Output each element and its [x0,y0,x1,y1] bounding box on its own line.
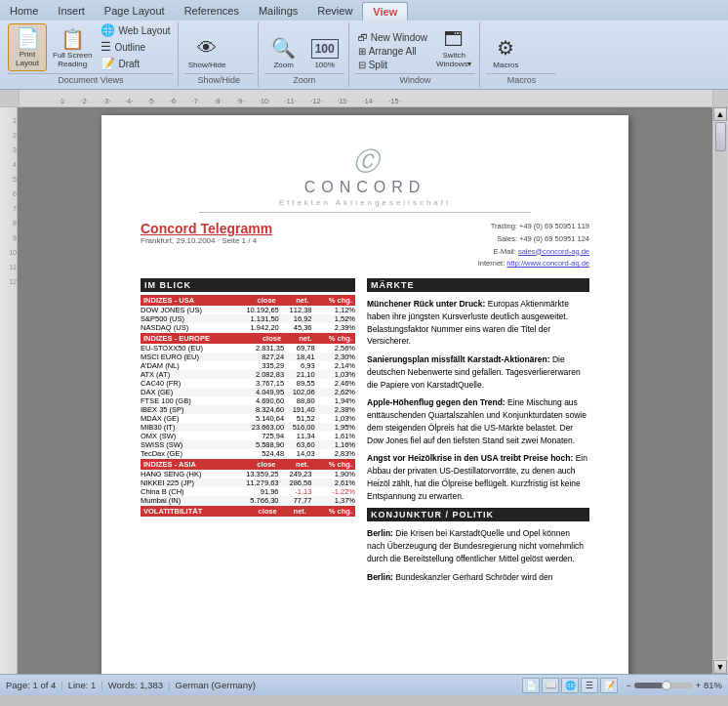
tab-review[interactable]: Review [307,2,362,21]
table-row: A'DAM (NL)335,296,932,14% [141,361,355,370]
th-vol-net: net. [280,506,309,517]
vertical-scrollbar: ▲ ▼ [712,107,728,674]
right-column: MÄRKTE Münchener Rück unter Druck: Europ… [367,278,589,583]
article-sanierung: Sanierungsplan missfällt Karstadt-Aktion… [367,353,589,391]
scroll-down-button[interactable]: ▼ [713,660,727,674]
logo-symbol: Ⓒ [141,145,589,179]
document-page: Ⓒ CONCORD Effekten Aktiengesellschaft Co… [101,115,628,674]
table-row: EU-STOXX50 (EU)2.831,3569,782,56% [141,344,355,353]
arrange-all-button[interactable]: ⊞ Arrange All [355,45,430,58]
web-layout-icon: 🌐 [101,23,115,37]
th-eu-close: close [239,333,284,344]
macros-button[interactable]: ⚙ Macros [486,34,525,71]
zoom-handle[interactable] [662,681,671,690]
group-show-hide: 👁 Show/Hide Show/Hide [181,22,259,87]
trading-info: Trading: +49 (0) 69 50951 119 [478,221,589,233]
zoom-minus-icon[interactable]: − [626,681,630,690]
draft-button[interactable]: 📝 Draft [98,56,173,71]
full-screen-reading-button[interactable]: 📋 Full ScreenReading [49,25,96,71]
table-row: CAC40 (FR)3.767,1589,552,46% [141,379,355,388]
ribbon: Home Insert Page Layout References Maili… [0,0,728,90]
view-print-button[interactable]: 📄 [522,678,540,693]
th-vol-chg: % chg. [309,506,355,517]
status-language: German (Germany) [176,680,256,690]
th-usa-chg: % chg. [312,295,355,306]
view-mode-buttons: 📄 📖 🌐 ☰ 📝 [522,678,618,693]
view-draft-btn[interactable]: 📝 [600,678,618,693]
new-window-button[interactable]: 🗗 New Window [355,31,430,44]
group-macros: ⚙ Macros Macros [482,22,560,87]
table-row: HANG SENG (HK)13.359,25249,231,90% [141,470,355,478]
full-screen-label: Full ScreenReading [53,52,92,69]
article-apple: Apple-Höhenflug gegen den Trend: Eine Mi… [367,396,589,446]
markte-title: MÄRKTE [367,278,589,292]
ruler-horizontal: ·1· ·2· ·3· ·4· ·5· ·6· ·7· ·8· ·9· ·10·… [20,90,712,106]
tab-view[interactable]: View [362,2,408,21]
switch-windows-button[interactable]: 🗔 SwitchWindows▾ [432,26,475,71]
tab-mailings[interactable]: Mailings [249,2,307,21]
tab-references[interactable]: References [175,2,249,21]
group-document-views: 📄 PrintLayout 📋 Full ScreenReading 🌐 Web… [4,22,179,87]
zoom-slider[interactable] [634,683,693,688]
table-row: OMX (SW)725,9411,341,61% [141,432,355,440]
zoom-plus-icon[interactable]: + [696,681,701,690]
article-muenchen: Münchener Rück unter Druck: Europas Akti… [367,298,589,348]
main-doc-area: 1 2 3 4 5 6 7 8 9 10 11 12 Ⓒ CONCORD Eff… [0,107,728,674]
table-row: DAX (GE)4.049,95102,062,62% [141,388,355,396]
zoom-button[interactable]: 🔍 Zoom [264,34,303,71]
status-line: Line: 1 [68,680,97,690]
view-outline-btn[interactable]: ☰ [581,678,598,693]
switch-windows-label: SwitchWindows▾ [436,52,471,69]
doc-header: Concord Telegramm Frankfurt, 29.10.2004 … [141,221,589,270]
outline-button[interactable]: ☰ Outline [98,39,173,55]
table-row: MDAX (GE)5.140,6451,521,03% [141,414,355,423]
doc-title: Concord Telegramm [141,221,272,236]
scroll-thumb[interactable] [715,122,726,151]
show-hide-label: Show/Hide [188,61,226,69]
group-window: 🗗 New Window ⊞ Arrange All ⊟ Split 🗔 Swi… [351,22,481,87]
article-sanierung-title: Sanierungsplan missfällt Karstadt-Aktion… [367,354,550,364]
split-icon: ⊟ [358,60,366,70]
scroll-up-button[interactable]: ▲ [713,107,727,121]
macros-label: Macros [493,61,518,69]
new-window-icon: 🗗 [358,32,368,43]
zoom-100-button[interactable]: 100 100% [305,37,344,71]
tab-page-layout[interactable]: Page Layout [95,2,175,21]
indizes-asia-table: INDIZES - ASIA close net. % chg. HANG SE… [141,459,355,505]
split-button[interactable]: ⊟ Split [355,59,430,71]
doc-date: Frankfurt, 29.10.2004 · Seite 1 / 4 [141,236,272,245]
tab-home[interactable]: Home [0,2,48,21]
zoom-fill [634,683,664,688]
status-words: Words: 1,383 [108,680,163,690]
status-page: Page: 1 of 4 [6,680,56,690]
window-group-label: Window [355,73,476,85]
zoom-100-label: 100% [314,61,334,69]
show-hide-button[interactable]: 👁 Show/Hide [184,35,230,71]
table-row: China B (CH)91,96-1,13-1,22% [141,487,355,496]
draft-label: Draft [118,59,140,69]
table-row: MIB30 (IT)23.663,00516,001,95% [141,423,355,432]
print-layout-button[interactable]: 📄 PrintLayout [8,23,47,71]
article-berlin2-title: Berlin: [367,572,393,582]
status-bar: Page: 1 of 4 | Line: 1 | Words: 1,383 | … [0,674,728,695]
two-col-layout: IM BLICK INDIZES - USA close net. % chg. [141,278,589,583]
logo-name: CONCORD [141,179,589,196]
th-usa-name: INDIZES - USA [141,295,231,306]
ruler-corner [0,90,20,106]
scroll-track[interactable] [714,122,727,659]
volatility-table: VOLATITBILITÄT close net. % chg. [141,506,355,517]
internet-link[interactable]: http://www.concord-ag.de [506,259,589,268]
view-read-button[interactable]: 📖 [542,678,559,693]
article-muenchen-title: Münchener Rück unter Druck: [367,299,485,309]
view-web-button[interactable]: 🌐 [561,678,579,693]
indizes-usa-table: INDIZES - USA close net. % chg. DOW JONE… [141,295,355,332]
im-blick-title: IM BLICK [141,278,355,292]
outline-icon: ☰ [101,40,111,54]
th-eu-name: INDIZES - EUROPE [141,333,239,344]
tab-insert[interactable]: Insert [48,2,95,21]
ruler-scroll-corner [712,90,728,106]
email-link[interactable]: sales@concord-ag.de [518,247,589,256]
th-eu-net: net. [284,333,314,344]
document-views-label: Document Views [8,73,174,85]
web-layout-button[interactable]: 🌐 Web Layout [98,22,173,38]
